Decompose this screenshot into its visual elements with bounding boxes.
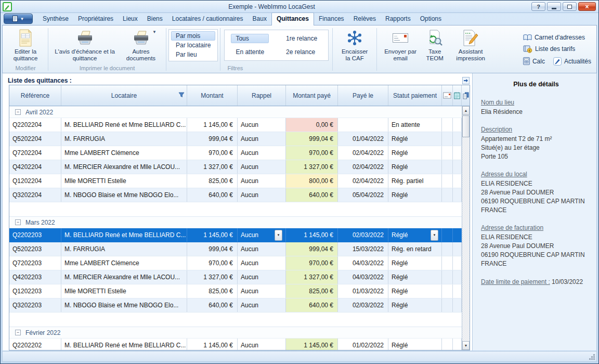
- tab-finances[interactable]: Finances: [314, 13, 349, 25]
- table-row[interactable]: Q2202202M. BELLIARD René et Mme BELLIARD…: [9, 339, 462, 350]
- tab-synth-se[interactable]: Synthèse: [38, 13, 73, 25]
- liste-tarifs-link[interactable]: € Liste des tarifs: [523, 45, 575, 53]
- col-locataire[interactable]: Locataire: [61, 85, 187, 106]
- avis-echeance-button[interactable]: L'avis d'échéance et la quittance: [51, 27, 119, 63]
- taxe-teom-button[interactable]: Taxe TEOM: [421, 27, 448, 63]
- scroll-up-button[interactable]: ▲: [462, 106, 470, 115]
- view-mode-par-locataire[interactable]: Par locataire: [171, 41, 215, 50]
- cell-paye-le-text: 01/04/2022: [353, 135, 384, 142]
- filter-funnel-icon[interactable]: [178, 92, 185, 99]
- resize-grip-icon[interactable]: [589, 354, 595, 360]
- col-email-icon[interactable]: [442, 85, 453, 106]
- encaisser-caf-button[interactable]: Encaisser la CAF: [335, 27, 374, 63]
- table-row[interactable]: Q4202203M. MERCIER Alexandre et Mlle LAC…: [9, 270, 462, 284]
- minimize-button[interactable]: [547, 2, 561, 11]
- view-mode-par-mois[interactable]: Par mois: [171, 31, 215, 41]
- table-row[interactable]: Q7202204Mme LAMBERT Clémence970,00 €Aucu…: [9, 146, 462, 160]
- cell-statut-paiement-text: Réglé: [392, 231, 408, 239]
- tab-propri-taires[interactable]: Propriétaires: [73, 13, 118, 25]
- editer-quittance-button[interactable]: Editer la quittance: [6, 27, 45, 63]
- dropdown-button[interactable]: ▼: [431, 230, 438, 241]
- assistant-impression-button[interactable]: Assistant impression: [448, 27, 493, 63]
- filter-tous[interactable]: Tous: [231, 34, 269, 43]
- cell-email-flag: [442, 132, 453, 146]
- cell-montant-paye-text: 999,04 €: [309, 135, 333, 142]
- table-row[interactable]: Q1202204Mlle MORETTI Estelle825,00 €Aucu…: [9, 174, 462, 188]
- col-montant-paye[interactable]: Montant payé: [286, 85, 338, 106]
- col-copy-icon[interactable]: [462, 85, 470, 106]
- cell-paye-le-text: 01/02/2022: [353, 342, 384, 349]
- table-row[interactable]: Q2202204M. BELLIARD René et Mme BELLIARD…: [9, 118, 462, 132]
- filter-1re-relance[interactable]: 1re relance: [281, 34, 322, 43]
- collapse-icon[interactable]: −: [15, 219, 21, 225]
- address-book-icon: [523, 34, 532, 41]
- scrollbar-thumb[interactable]: [462, 115, 470, 137]
- col-reference[interactable]: Référence: [9, 85, 61, 106]
- cell-paye-le-text: 15/03/2022: [353, 245, 384, 253]
- cell-paye-le-text: 02/03/2022: [353, 302, 384, 309]
- group-row-avril-2022[interactable]: −Avril 2022: [9, 106, 462, 118]
- cell-rappel: Aucun: [238, 242, 286, 256]
- tab-locataires-cautionnaires[interactable]: Locataires / cautionnaires: [167, 13, 248, 25]
- cell-email-flag: [442, 242, 453, 256]
- calc-link[interactable]: Calc: [523, 57, 545, 66]
- section-line: ELIA RESIDENCE: [481, 179, 591, 188]
- avis-echeance-label: L'avis d'échéance et la quittance: [54, 48, 115, 62]
- actualites-link[interactable]: Actualités: [553, 57, 591, 66]
- table-row[interactable]: Q4202204M. MERCIER Alexandre et Mlle LAC…: [9, 160, 462, 174]
- cell-note-flag: [453, 242, 462, 256]
- view-mode-par-lieu[interactable]: Par lieu: [171, 50, 215, 59]
- table-row[interactable]: Q3202204M. NBOGO Blaise et Mme NBOGO Elo…: [9, 188, 462, 202]
- tab-quittances[interactable]: Quittances: [271, 12, 314, 25]
- cell-locataire: M. FARRUGIA: [61, 242, 187, 256]
- tab-biens[interactable]: Biens: [142, 13, 167, 25]
- close-button[interactable]: ×: [578, 2, 596, 11]
- autres-documents-button[interactable]: ▼ Autres documents: [119, 27, 163, 63]
- table-row[interactable]: Q1202203Mlle MORETTI Estelle825,00 €Aucu…: [9, 284, 462, 298]
- table-row[interactable]: Q5202203M. FARRUGIA999,04 €Aucun999,04 €…: [9, 242, 462, 256]
- taxe-teom-label: Taxe TEOM: [424, 48, 445, 62]
- cell-reference-text: Q4202203: [12, 274, 42, 281]
- carnet-adresses-link[interactable]: Carnet d'adresses: [523, 34, 585, 41]
- col-statut-paiement[interactable]: Statut paiement: [388, 85, 442, 106]
- app-icon: [3, 2, 12, 11]
- cell-note-flag: [453, 188, 462, 202]
- col-paye-le[interactable]: Payé le: [338, 85, 388, 106]
- col-montant[interactable]: Montant: [187, 85, 238, 106]
- cell-locataire: M. FARRUGIA: [61, 132, 187, 146]
- col-notes-icon[interactable]: [453, 85, 462, 106]
- cell-rappel: Aucun: [238, 284, 286, 298]
- cell-statut-paiement: Réglé: [388, 270, 442, 284]
- restore-button[interactable]: [563, 2, 577, 11]
- tab-rapports[interactable]: Rapports: [381, 13, 415, 25]
- dropdown-button[interactable]: ▼: [275, 230, 282, 241]
- group-row-f-vrier-2022[interactable]: −Février 2022: [9, 327, 462, 339]
- vertical-scrollbar[interactable]: ▲ ▼: [462, 106, 470, 350]
- panel-arrow-icon[interactable]: [462, 77, 470, 84]
- col-rappel[interactable]: Rappel: [238, 85, 286, 106]
- tab-rel-ves[interactable]: Relèves: [349, 13, 381, 25]
- collapse-icon[interactable]: −: [15, 109, 21, 115]
- filter-en-attente[interactable]: En attente: [231, 47, 269, 57]
- tab-options[interactable]: Options: [415, 13, 446, 25]
- group-row-mars-2022[interactable]: −Mars 2022: [9, 216, 462, 228]
- table-row[interactable]: Q2202203M. BELLIARD René et Mme BELLIARD…: [9, 228, 462, 242]
- tab-lieux[interactable]: Lieux: [118, 13, 142, 25]
- section-line: 06190 ROQUEBRUNE CAP MARTIN: [481, 251, 591, 259]
- cell-note-flag: [453, 174, 462, 188]
- section-line: Appartement T2 de 71 m²: [481, 135, 591, 144]
- envoyer-email-button[interactable]: Envoyer par email: [380, 27, 421, 63]
- collapse-icon[interactable]: −: [15, 330, 21, 335]
- cell-paye-le-text: 02/04/2022: [353, 149, 384, 157]
- filter-2e-relance[interactable]: 2e relance: [281, 47, 322, 57]
- invoice-icon: [18, 28, 33, 48]
- cell-rappel-text: Aucun: [241, 302, 258, 309]
- table-row[interactable]: Q7202203Mme LAMBERT Clémence970,00 €Aucu…: [9, 256, 462, 270]
- help-button[interactable]: ?: [531, 2, 545, 11]
- table-row[interactable]: Q5202204M. FARRUGIA999,04 €Aucun999,04 €…: [9, 132, 462, 146]
- scroll-down-button[interactable]: ▼: [462, 341, 470, 350]
- tab-baux[interactable]: Baux: [248, 13, 271, 25]
- group-label: Février 2022: [25, 329, 60, 336]
- app-menu-button[interactable]: ▼: [4, 14, 33, 24]
- table-row[interactable]: Q3202203M. NBOGO Blaise et Mme NBOGO Elo…: [9, 298, 462, 313]
